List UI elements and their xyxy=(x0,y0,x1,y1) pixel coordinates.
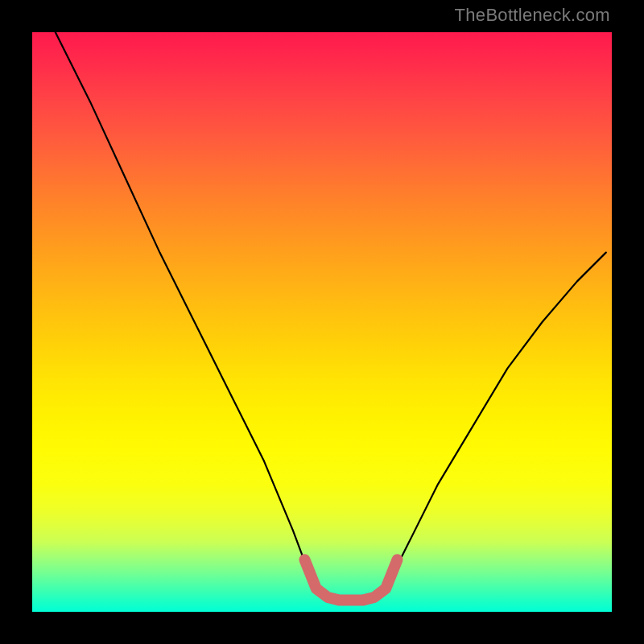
curve-svg xyxy=(32,32,612,612)
highlight-segment xyxy=(304,559,397,600)
chart-frame: TheBottleneck.com xyxy=(0,0,644,644)
watermark-text: TheBottleneck.com xyxy=(455,5,610,26)
plot-area xyxy=(32,32,612,612)
bottleneck-curve xyxy=(56,32,606,601)
